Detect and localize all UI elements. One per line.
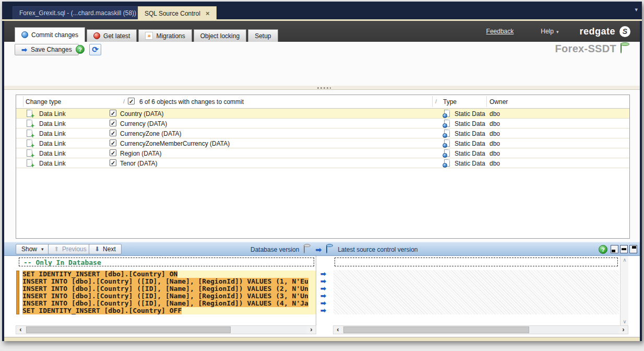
- sql-line: SET IDENTITY_INSERT [dbo].[Country] OFF: [22, 307, 316, 314]
- header-band: Commit changes Get latest » Migrations O…: [2, 21, 642, 42]
- migrations-icon: »: [145, 32, 153, 40]
- chevron-left-icon[interactable]: ‹: [16, 326, 25, 334]
- scrollbar-thumb[interactable]: [26, 326, 231, 333]
- sql-line: INSERT INTO [dbo].[Country] ([ID], [Name…: [22, 300, 316, 307]
- table-row[interactable]: + Data Link ✓ Country (DATA) Static Data…: [16, 109, 629, 119]
- row-checkbox[interactable]: ✓: [110, 130, 116, 136]
- type-cell: Static Data: [455, 140, 485, 147]
- previous-button[interactable]: ⬆ Previous: [48, 244, 92, 254]
- column-header-change-type[interactable]: Change type: [26, 98, 61, 106]
- static-data-icon: [444, 159, 450, 167]
- doc-tab-sql-source-control[interactable]: SQL Source Control×: [138, 6, 217, 19]
- tab-label: Object locking: [200, 32, 240, 40]
- layout-split-top-button[interactable]: [629, 245, 637, 253]
- chevron-right-icon[interactable]: ›: [307, 326, 316, 334]
- chevron-right-icon[interactable]: ›: [619, 326, 628, 334]
- diff-toolbar: Show ▾ ⬆ Previous ⬇ Next Database versio…: [2, 242, 642, 256]
- data-link-icon: +: [27, 149, 32, 157]
- tab-label: Get latest: [103, 32, 130, 40]
- copy-line-arrow-icon[interactable]: ➡: [320, 285, 330, 292]
- change-type-cell: Data Link: [39, 110, 66, 118]
- row-checkbox[interactable]: ✓: [110, 120, 116, 126]
- right-pane-title: Latest source control version: [338, 246, 418, 253]
- select-all-checkbox[interactable]: ✓: [128, 98, 135, 104]
- refresh-button[interactable]: ⟳: [89, 44, 101, 55]
- change-type-cell: Data Link: [39, 160, 66, 167]
- horizontal-splitter[interactable]: [2, 85, 642, 90]
- diff-region-database[interactable]: -- Only In Database: [19, 258, 314, 266]
- window-right-edge: [640, 21, 642, 341]
- caret-down-icon: ▾: [41, 247, 44, 252]
- table-row[interactable]: + Data Link ✓ Region (DATA) Static Data …: [16, 148, 629, 158]
- vertical-scrollbar[interactable]: ∧ ∨: [620, 256, 628, 325]
- static-data-icon: [444, 110, 450, 117]
- caret-down-icon: ▾: [556, 29, 559, 34]
- help-icon[interactable]: ?: [599, 245, 607, 254]
- chevron-down-icon[interactable]: ∨: [621, 318, 629, 325]
- next-button[interactable]: ⬇ Next: [89, 244, 122, 254]
- column-header-type[interactable]: Type: [443, 98, 457, 106]
- data-link-icon: +: [27, 130, 32, 137]
- save-arrow-icon: ➡: [21, 46, 27, 54]
- help-icon[interactable]: ?: [76, 45, 85, 54]
- table-row[interactable]: + Data Link ✓ CurrencyZoneMemberCurrency…: [16, 138, 629, 148]
- table-row[interactable]: + Data Link ✓ Tenor (DATA) Static Data d…: [16, 158, 629, 168]
- sort-ascending-icon: /: [435, 98, 437, 104]
- transfer-arrow-icon: ➡: [315, 245, 321, 254]
- sql-line: INSERT INTO [dbo].[Country] ([ID], [Name…: [22, 285, 316, 292]
- horizontal-scrollbar-left-pane[interactable]: ‹ ›: [16, 325, 316, 334]
- row-checkbox[interactable]: ✓: [110, 149, 116, 156]
- database-name-label: Forex-SSDT: [555, 43, 616, 55]
- owner-cell: dbo: [490, 130, 500, 137]
- diff-viewer: -- Only In Database SET IDENTITY_INSERT …: [2, 256, 642, 337]
- layout-split-horizontal-button[interactable]: [620, 245, 628, 253]
- feedback-link[interactable]: Feedback: [486, 28, 514, 35]
- get-latest-sphere-icon: [93, 32, 100, 39]
- show-dropdown-button[interactable]: Show ▾: [16, 244, 50, 254]
- copy-line-arrow-icon[interactable]: ➡: [320, 307, 330, 314]
- close-icon[interactable]: ×: [206, 9, 210, 17]
- data-link-icon: +: [27, 159, 32, 167]
- tab-commit-changes[interactable]: Commit changes: [15, 27, 85, 42]
- layout-bottom-pane-button[interactable]: [611, 245, 618, 253]
- column-separator: [486, 96, 487, 107]
- chevron-up-icon[interactable]: ∧: [621, 256, 629, 264]
- copy-line-arrow-icon[interactable]: ➡: [320, 278, 330, 285]
- data-link-icon: +: [27, 139, 32, 147]
- chevron-left-icon[interactable]: ‹: [333, 326, 342, 334]
- copy-line-arrow-icon[interactable]: ➡: [320, 292, 330, 300]
- tab-setup[interactable]: Setup: [248, 29, 278, 42]
- window-bottom-strip: [2, 337, 642, 341]
- database-sql-pane[interactable]: SET IDENTITY_INSERT [dbo].[Country] ON I…: [22, 271, 316, 314]
- change-type-cell: Data Link: [39, 120, 66, 127]
- diff-region-source-control-empty[interactable]: [335, 258, 618, 266]
- copy-line-arrow-icon[interactable]: ➡: [320, 300, 330, 307]
- arrow-down-icon: ⬇: [94, 245, 100, 253]
- table-row[interactable]: + Data Link ✓ CurrencyZone (DATA) Static…: [16, 128, 629, 138]
- tab-migrations[interactable]: » Migrations: [138, 29, 192, 42]
- owner-cell: dbo: [490, 110, 500, 118]
- horizontal-scrollbar-right-pane[interactable]: ‹ ›: [333, 325, 628, 334]
- objects-summary: 6 of 6 objects with changes to commit: [139, 98, 244, 106]
- save-changes-button[interactable]: ➡ Save Changes: [15, 44, 79, 55]
- help-menu[interactable]: Help▾: [541, 28, 558, 35]
- doc-tab-forex-grexit[interactable]: Forex_Grexit.sql - (...chard.macaskill (…: [13, 6, 143, 19]
- column-header-owner[interactable]: Owner: [490, 98, 508, 106]
- table-row[interactable]: + Data Link ✓ Currency (DATA) Static Dat…: [16, 119, 629, 128]
- scrollbar-thumb[interactable]: [343, 326, 529, 333]
- row-checkbox[interactable]: ✓: [110, 139, 116, 146]
- tab-list-caret-icon[interactable]: ▾: [635, 6, 638, 13]
- show-label: Show: [21, 245, 37, 253]
- tab-get-latest[interactable]: Get latest: [87, 29, 137, 42]
- copy-line-arrow-icon[interactable]: ➡: [320, 271, 330, 278]
- commit-panel: ➡ Save Changes ? ⟳ Forex-SSDT Change typ…: [2, 42, 642, 242]
- row-checkbox[interactable]: ✓: [110, 110, 116, 116]
- owner-cell: dbo: [490, 150, 500, 157]
- tab-label: Commit changes: [31, 31, 78, 39]
- feature-tabs: Commit changes Get latest » Migrations O…: [15, 27, 280, 42]
- tab-object-locking[interactable]: Object locking: [194, 29, 246, 42]
- grid-header-row: Change type / ✓ 6 of 6 objects with chan…: [16, 95, 629, 109]
- document-tab-bar: Forex_Grexit.sql - (...chard.macaskill (…: [2, 2, 642, 19]
- tab-label: Setup: [255, 32, 271, 40]
- row-checkbox[interactable]: ✓: [110, 159, 116, 166]
